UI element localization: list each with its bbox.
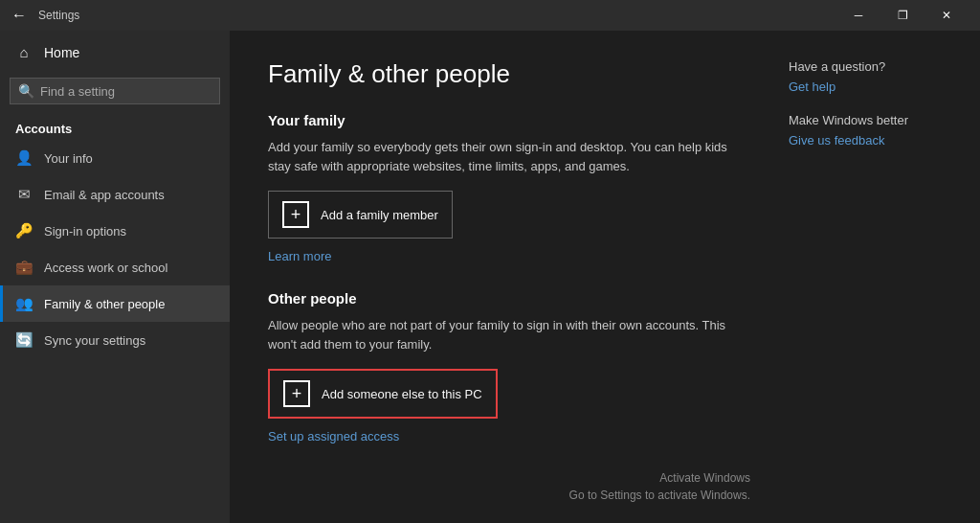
restore-icon: ❐ bbox=[898, 9, 908, 22]
sidebar-item-label: Family & other people bbox=[44, 297, 165, 311]
sidebar: ⌂ Home 🔍 Accounts 👤 Your info ✉ Email & … bbox=[0, 31, 230, 523]
make-windows-better-label: Make Windows better bbox=[789, 113, 961, 127]
give-feedback-link[interactable]: Give us feedback bbox=[789, 133, 961, 148]
sidebar-item-label: Sign-in options bbox=[44, 224, 126, 239]
your-info-icon: 👤 bbox=[15, 149, 33, 167]
plus-icon: + bbox=[283, 380, 310, 407]
add-someone-else-label: Add someone else to this PC bbox=[322, 387, 482, 401]
sidebar-item-family-other-people[interactable]: 👥 Family & other people bbox=[0, 285, 230, 322]
search-box: 🔍 bbox=[10, 78, 220, 104]
back-button[interactable]: ← bbox=[11, 7, 27, 24]
sync-icon: 🔄 bbox=[15, 331, 33, 349]
your-family-title: Your family bbox=[268, 112, 731, 128]
titlebar-title: Settings bbox=[38, 9, 836, 22]
other-people-section: Other people Allow people who are not pa… bbox=[268, 290, 731, 451]
right-panel: Have a question? Get help Make Windows b… bbox=[769, 31, 980, 523]
add-family-member-label: Add a family member bbox=[321, 208, 438, 222]
plus-icon: + bbox=[282, 201, 309, 228]
sidebar-item-sign-in-options[interactable]: 🔑 Sign-in options bbox=[0, 213, 230, 249]
restore-button[interactable]: ❐ bbox=[880, 0, 924, 31]
sidebar-item-your-info[interactable]: 👤 Your info bbox=[0, 140, 230, 176]
watermark-line2: Go to Settings to activate Windows. bbox=[569, 487, 750, 504]
sidebar-item-label: Access work or school bbox=[44, 261, 167, 275]
search-icon: 🔍 bbox=[18, 83, 34, 99]
main-content: Family & other people Your family Add yo… bbox=[230, 31, 769, 523]
add-someone-else-button[interactable]: + Add someone else to this PC bbox=[268, 369, 498, 419]
minimize-button[interactable]: ─ bbox=[836, 0, 880, 31]
sidebar-home-label: Home bbox=[44, 45, 79, 60]
get-help-link[interactable]: Get help bbox=[789, 80, 961, 94]
email-icon: ✉ bbox=[15, 186, 33, 203]
other-people-title: Other people bbox=[268, 290, 731, 307]
close-icon: ✕ bbox=[942, 9, 951, 22]
home-icon: ⌂ bbox=[15, 44, 33, 60]
sidebar-item-access-work-school[interactable]: 💼 Access work or school bbox=[0, 249, 230, 285]
setup-assigned-access-link[interactable]: Set up assigned access bbox=[268, 429, 399, 443]
learn-more-link[interactable]: Learn more bbox=[268, 249, 331, 263]
sidebar-item-label: Your info bbox=[44, 151, 93, 166]
have-question-label: Have a question? bbox=[789, 59, 961, 74]
watermark-line1: Activate Windows bbox=[569, 469, 750, 487]
sidebar-section-label: Accounts bbox=[0, 114, 230, 140]
sidebar-item-email-app-accounts[interactable]: ✉ Email & app accounts bbox=[0, 176, 230, 213]
key-icon: 🔑 bbox=[15, 222, 33, 239]
close-button[interactable]: ✕ bbox=[924, 0, 969, 31]
app-body: ⌂ Home 🔍 Accounts 👤 Your info ✉ Email & … bbox=[0, 31, 980, 523]
your-family-section: Your family Add your family so everybody… bbox=[268, 112, 731, 271]
sidebar-item-sync-settings[interactable]: 🔄 Sync your settings bbox=[0, 322, 230, 358]
your-family-desc: Add your family so everybody gets their … bbox=[268, 138, 731, 175]
titlebar: ← Settings ─ ❐ ✕ bbox=[0, 0, 980, 31]
people-icon: 👥 bbox=[15, 295, 33, 312]
briefcase-icon: 💼 bbox=[15, 259, 33, 276]
sidebar-item-label: Sync your settings bbox=[44, 333, 145, 348]
sidebar-item-label: Email & app accounts bbox=[44, 188, 165, 202]
sidebar-item-home[interactable]: ⌂ Home bbox=[0, 31, 230, 74]
add-family-member-button[interactable]: + Add a family member bbox=[268, 191, 453, 239]
minimize-icon: ─ bbox=[855, 9, 863, 22]
search-input[interactable] bbox=[40, 84, 212, 99]
window-controls: ─ ❐ ✕ bbox=[836, 0, 969, 31]
activate-watermark: Activate Windows Go to Settings to activ… bbox=[569, 469, 750, 504]
back-icon: ← bbox=[11, 7, 27, 23]
page-title: Family & other people bbox=[268, 59, 731, 89]
other-people-desc: Allow people who are not part of your fa… bbox=[268, 316, 731, 353]
